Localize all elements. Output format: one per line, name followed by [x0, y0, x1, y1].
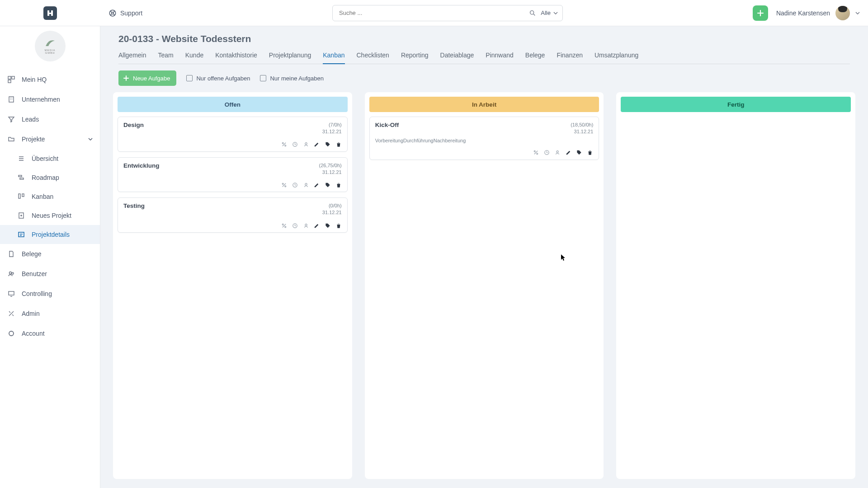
card-date: 31.12.21 — [322, 209, 342, 216]
svg-point-28 — [282, 224, 283, 225]
percent-icon[interactable] — [281, 182, 288, 188]
svg-rect-2 — [47, 13, 53, 14]
column-header: Fertig — [621, 97, 851, 112]
svg-rect-10 — [19, 175, 22, 177]
sidebar-item-admin[interactable]: Admin — [0, 304, 100, 324]
new-task-label: Neue Aufgabe — [133, 75, 170, 82]
app-logo[interactable] — [43, 6, 57, 20]
sidebar-item-label: Benutzer — [22, 270, 47, 277]
trash-icon[interactable] — [335, 141, 342, 148]
sidebar-item-unternehmen[interactable]: Unternehmen — [0, 89, 100, 109]
kanban-card[interactable]: Design (7/0h) 31.12.21 — [118, 117, 348, 152]
edit-icon[interactable] — [565, 150, 571, 156]
clock-icon[interactable] — [543, 150, 550, 156]
sidebar-item-account[interactable]: Account — [0, 324, 100, 343]
search-scope-label: Alle — [541, 9, 551, 16]
search-input[interactable] — [339, 9, 529, 16]
page-title: 20-0133 - Website Todesstern — [118, 33, 850, 44]
search-box[interactable]: Alle — [332, 5, 563, 21]
tag-icon[interactable] — [325, 222, 331, 229]
sidebar-item-benutzer[interactable]: Benutzer — [0, 264, 100, 284]
column-header: Offen — [118, 97, 348, 112]
new-task-button[interactable]: Neue Aufgabe — [118, 70, 176, 86]
svg-point-16 — [9, 272, 12, 274]
sidebar-subitem-roadmap[interactable]: Roadmap — [0, 168, 100, 187]
circle-icon — [7, 330, 15, 337]
tab-dateiablage[interactable]: Dateiablage — [440, 48, 474, 64]
percent-icon[interactable] — [281, 222, 288, 229]
tab-kanban[interactable]: Kanban — [323, 48, 344, 64]
kanban-card[interactable]: Kick-Off (18,50/0h) 31.12.21 Vorbereitun… — [369, 117, 599, 160]
document-icon — [7, 250, 15, 258]
percent-icon[interactable] — [281, 141, 288, 148]
support-link[interactable]: Support — [108, 9, 142, 17]
user-icon[interactable] — [303, 141, 309, 148]
sidebar-subitem-neues-projekt[interactable]: Neues Projekt — [0, 206, 100, 225]
sidebar-item-controlling[interactable]: Controlling — [0, 284, 100, 304]
tab-projektplanung[interactable]: Projektplanung — [269, 48, 311, 64]
user-menu[interactable]: Nadine Karstensen — [776, 6, 860, 20]
filter-only-mine[interactable]: Nur meine Aufgaben — [260, 75, 324, 82]
sidebar-item-label: Belege — [22, 250, 42, 258]
clock-icon[interactable] — [292, 141, 298, 148]
filter-label: Nur meine Aufgaben — [270, 75, 324, 82]
percent-icon[interactable] — [533, 150, 539, 156]
sidebar-item-label: Neues Projekt — [32, 212, 71, 219]
trash-icon[interactable] — [587, 150, 593, 156]
tab-checklisten[interactable]: Checklisten — [357, 48, 389, 64]
sidebar: MEDIA GMBH Mein HQ Unternehmen Leads Pro… — [0, 26, 100, 488]
kanban-card[interactable]: Testing (0/0h) 31.12.21 — [118, 197, 348, 233]
kanban-card[interactable]: Entwicklung (26,75/0h) 31.12.21 — [118, 157, 348, 192]
trash-icon[interactable] — [335, 182, 342, 188]
edit-icon[interactable] — [314, 222, 320, 229]
sidebar-subitem-kanban[interactable]: Kanban — [0, 187, 100, 206]
tab-umsatzplanung[interactable]: Umsatzplanung — [594, 48, 638, 64]
card-title: Testing — [123, 202, 145, 209]
tab-kunde[interactable]: Kunde — [185, 48, 203, 64]
filter-only-open[interactable]: Nur offene Aufgaben — [186, 75, 250, 82]
checkbox-icon — [186, 75, 193, 81]
svg-rect-7 — [12, 76, 14, 79]
svg-rect-15 — [19, 232, 24, 237]
sidebar-item-label: Leads — [22, 116, 39, 123]
org-logo[interactable]: MEDIA GMBH — [35, 31, 66, 61]
svg-point-31 — [305, 224, 307, 225]
tab-kontakthistorie[interactable]: Kontakthistorie — [215, 48, 257, 64]
global-add-button[interactable] — [753, 5, 768, 21]
svg-point-4 — [112, 12, 114, 14]
user-icon[interactable] — [303, 182, 309, 188]
svg-rect-13 — [22, 194, 24, 197]
clock-icon[interactable] — [292, 222, 298, 229]
card-actions — [375, 150, 594, 156]
tab-team[interactable]: Team — [158, 48, 173, 64]
sidebar-item-projekte[interactable]: Projekte — [0, 129, 100, 149]
svg-rect-11 — [20, 178, 24, 179]
user-icon[interactable] — [303, 222, 309, 229]
sidebar-item-leads[interactable]: Leads — [0, 109, 100, 129]
sidebar-item-belege[interactable]: Belege — [0, 244, 100, 264]
tag-icon[interactable] — [576, 150, 582, 156]
search-scope-dropdown[interactable]: Alle — [536, 9, 558, 16]
building-icon — [7, 96, 15, 103]
clock-icon[interactable] — [292, 182, 298, 188]
svg-point-20 — [282, 143, 283, 144]
roadmap-icon — [17, 174, 25, 181]
tab-pinnwand[interactable]: Pinnwand — [486, 48, 514, 64]
sidebar-item-label: Projekte — [22, 136, 45, 143]
sidebar-item-mein-hq[interactable]: Mein HQ — [0, 70, 100, 89]
tag-icon[interactable] — [325, 141, 331, 148]
sidebar-subitem-projektdetails[interactable]: Projektdetails — [0, 225, 100, 244]
sidebar-item-label: Admin — [22, 310, 40, 317]
trash-icon[interactable] — [335, 222, 342, 229]
user-icon[interactable] — [554, 150, 561, 156]
tab-allgemein[interactable]: Allgemein — [118, 48, 146, 64]
tab-reporting[interactable]: Reporting — [401, 48, 429, 64]
sidebar-subitem-uebersicht[interactable]: Übersicht — [0, 149, 100, 168]
edit-icon[interactable] — [314, 182, 320, 188]
tab-finanzen[interactable]: Finanzen — [557, 48, 583, 64]
tab-belege[interactable]: Belege — [525, 48, 545, 64]
edit-icon[interactable] — [314, 141, 320, 148]
page-header: 20-0133 - Website Todesstern AllgemeinTe… — [100, 26, 868, 64]
tools-icon — [7, 310, 15, 317]
tag-icon[interactable] — [325, 182, 331, 188]
